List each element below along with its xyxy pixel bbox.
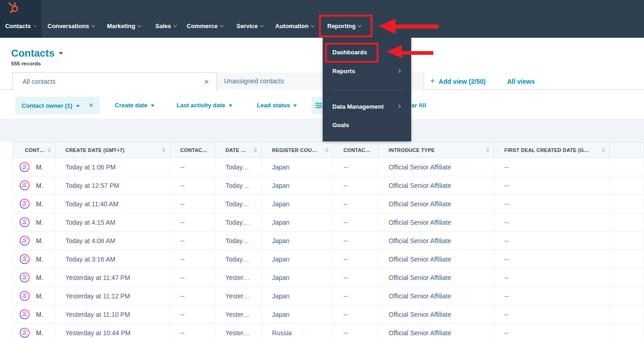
cell-contact: --	[170, 232, 215, 250]
menu-item-label: Data Management	[332, 103, 384, 110]
cell-first-deal-date: --	[494, 287, 610, 305]
cell-contact-name[interactable]: M.	[13, 268, 55, 286]
table-row[interactable]: M.Today at 1:06 PM--Today…Japan--Officia…	[12, 158, 644, 176]
cell-first-deal-date: --	[494, 250, 610, 268]
cell-create-date: Today at 4:08 AM	[55, 232, 170, 250]
table-row[interactable]: M.Yesterday at 10:44 PM--Yester…Russia--…	[12, 324, 644, 338]
sort-icon	[322, 148, 329, 152]
cell-register-country: Japan	[262, 213, 333, 231]
cell-contact: --	[170, 324, 215, 338]
cell-date: Yester…	[215, 305, 262, 323]
cell-date: Today…	[215, 250, 262, 268]
menu-item-goals[interactable]: Goals	[323, 116, 411, 134]
cell-contact-name[interactable]: M.	[13, 305, 55, 323]
annotation-arrow-reporting	[379, 18, 396, 34]
table-header-row: CONT…CREATE DATE (GMT+7)CONTAC…DATE …REG…	[12, 142, 644, 158]
add-view-button[interactable]: + Add view (2/50)	[430, 76, 485, 86]
cell-contact-name[interactable]: M.	[13, 324, 55, 338]
nav-item-automation[interactable]: Automation	[275, 14, 314, 38]
cell-introduce-type: Official Senior Affiliate	[378, 195, 494, 213]
table-row[interactable]: M.Today at 12:57 PM--Today…Japan--Offici…	[12, 176, 644, 195]
menu-item-label: Reports	[332, 68, 355, 75]
cell-contact-name[interactable]: M.	[13, 158, 55, 176]
cell-contact: --	[333, 305, 378, 323]
column-header[interactable]: INTRODUCE TYPE	[378, 142, 494, 157]
table-row[interactable]: M.Today at 4:15 AM--Today…Japan--Officia…	[12, 213, 644, 232]
column-header[interactable]: REGISTER COU…	[262, 142, 333, 157]
caret-down-icon	[293, 105, 297, 107]
table-row[interactable]: M.Yesterday at 11:12 PM--Yester…Japan--O…	[12, 287, 644, 305]
hubspot-logo-icon[interactable]	[7, 1, 19, 13]
column-label: REGISTER COU…	[272, 147, 317, 153]
table-row[interactable]: M.Yesterday at 11:10 PM--Yester…Japan--O…	[12, 305, 644, 324]
cell-contact-name[interactable]: M.	[13, 287, 55, 305]
cell-contact-name[interactable]: M.	[13, 250, 55, 268]
nav-item-conversations[interactable]: Conversations	[47, 14, 95, 38]
column-header[interactable]: FIRST DEAL CREATED DATE (G…	[494, 142, 610, 157]
column-header[interactable]: CONTAC…	[333, 142, 378, 157]
cell-register-country: Russia	[262, 324, 333, 338]
cell-empty	[610, 324, 644, 338]
menu-item-data-management[interactable]: Data Management	[323, 97, 411, 116]
cell-contact: --	[170, 268, 215, 286]
cell-create-date: Today at 11:40 AM	[55, 195, 170, 213]
filter-contact-owner[interactable]: Contact owner (1) ×	[15, 97, 100, 114]
cell-contact-name[interactable]: M.	[13, 195, 55, 213]
annotation-arrow-dashboards	[386, 45, 402, 58]
cell-contact: --	[333, 324, 378, 338]
contact-name: M.	[36, 163, 43, 171]
contacts-table: CONT…CREATE DATE (GMT+7)CONTAC…DATE …REG…	[12, 142, 644, 338]
page-title-dropdown[interactable]: Contacts	[11, 47, 63, 59]
column-header[interactable]: DATE …	[215, 142, 262, 157]
column-label: FIRST DEAL CREATED DATE (G…	[504, 147, 589, 153]
annotation-arrow-shaft	[401, 51, 433, 55]
table-row[interactable]: M.Today at 3:16 AM--Today…Japan--Officia…	[12, 250, 644, 268]
filter-last-activity-date[interactable]: Last activity date	[177, 102, 232, 109]
cell-date: Today…	[215, 176, 262, 194]
nav-item-contacts[interactable]: Contacts	[0, 14, 41, 38]
tab-all-contacts[interactable]: All contacts ×	[12, 72, 217, 90]
all-views-link[interactable]: All views	[507, 78, 535, 85]
cell-create-date: Yesterday at 10:44 PM	[55, 324, 170, 338]
cell-empty	[610, 176, 644, 194]
cell-contact-name[interactable]: M.	[13, 176, 55, 194]
cell-contact: --	[333, 176, 378, 194]
cell-introduce-type: Official Senior Affiliate	[378, 158, 494, 176]
contact-name: M.	[36, 292, 43, 300]
cell-contact-name[interactable]: M.	[13, 213, 55, 231]
table-row[interactable]: M.Yesterday at 11:47 PM--Yester…Japan--O…	[12, 268, 644, 287]
column-header[interactable]: CONTAC…	[170, 142, 215, 157]
caret-down-icon	[151, 105, 154, 107]
nav-item-service[interactable]: Service	[236, 14, 263, 38]
table-row[interactable]: M.Today at 11:40 AM--Today…Japan--Offici…	[12, 195, 644, 213]
chevron-down-icon	[173, 23, 177, 27]
nav-item-sales[interactable]: Sales	[155, 14, 177, 38]
filter-create-date[interactable]: Create date	[115, 102, 154, 109]
cell-contact-name[interactable]: M.	[13, 232, 55, 250]
table-row[interactable]: M.Today at 4:08 AM--Today…Japan--Officia…	[12, 232, 644, 250]
nav-item-commerce[interactable]: Commerce	[187, 14, 223, 38]
contact-name: M.	[36, 329, 43, 337]
cell-create-date: Yesterday at 11:10 PM	[55, 305, 170, 323]
close-icon[interactable]: ×	[204, 78, 209, 86]
column-header[interactable]: CREATE DATE (GMT+7)	[55, 142, 170, 157]
annotation-box-reporting	[319, 15, 372, 37]
menu-item-reports[interactable]: Reports	[323, 62, 411, 80]
table-toolbar	[0, 119, 644, 142]
caret-down-icon	[229, 105, 232, 107]
sort-icon	[483, 148, 490, 152]
cell-contact: --	[170, 176, 215, 194]
contact-avatar	[19, 327, 30, 338]
add-view-label: Add view (2/50)	[439, 78, 486, 85]
cell-contact: --	[170, 195, 215, 213]
cell-empty	[610, 268, 644, 286]
cell-contact: --	[170, 158, 215, 176]
cell-contact: --	[170, 287, 215, 305]
nav-item-marketing[interactable]: Marketing	[107, 14, 141, 38]
filter-lead-status[interactable]: Lead status	[257, 102, 297, 109]
cell-first-deal-date: --	[494, 268, 610, 286]
filter-label: Lead status	[257, 102, 290, 109]
remove-filter-icon[interactable]: ×	[89, 102, 93, 109]
filter-label: Contact owner (1)	[22, 102, 72, 109]
column-header[interactable]: CONT…	[13, 142, 55, 157]
